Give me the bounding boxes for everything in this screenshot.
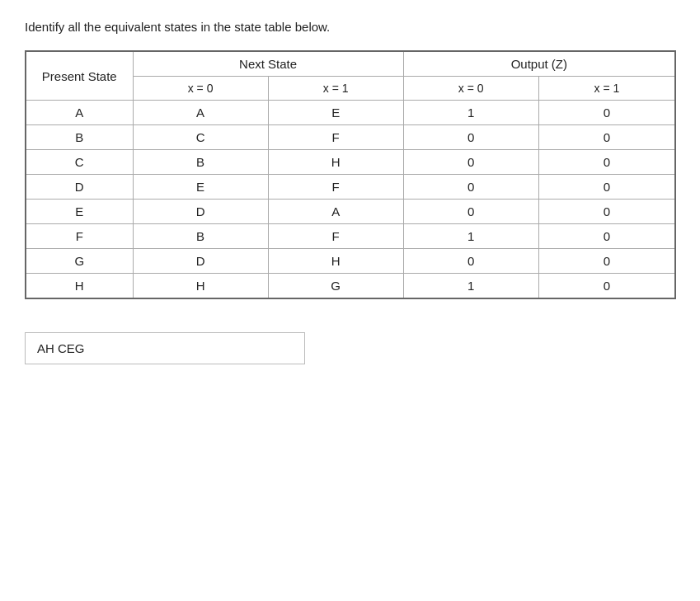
- cell-out-x0-E: 0: [403, 200, 538, 224]
- cell-out-x1-B: 0: [538, 125, 675, 150]
- cell-out-x1-C: 0: [538, 150, 675, 175]
- cell-out-x0-H: 1: [403, 274, 538, 299]
- subheader-next-x0: x = 0: [133, 77, 268, 101]
- cell-present-A: A: [26, 101, 133, 125]
- cell-next-x0-F: B: [133, 224, 268, 249]
- cell-next-x0-B: C: [133, 125, 268, 150]
- cell-out-x0-G: 0: [403, 249, 538, 274]
- subheader-next-x1: x = 1: [268, 77, 403, 101]
- cell-present-H: H: [26, 274, 133, 299]
- cell-next-x0-G: D: [133, 249, 268, 274]
- header-next-state: Next State: [133, 51, 403, 77]
- state-table: Present State Next State Output (Z) x = …: [25, 50, 676, 299]
- cell-next-x0-E: D: [133, 200, 268, 224]
- subheader-out-x1: x = 1: [538, 77, 675, 101]
- cell-out-x0-C: 0: [403, 150, 538, 175]
- cell-present-B: B: [26, 125, 133, 150]
- cell-next-x1-E: A: [268, 200, 403, 224]
- cell-next-x0-A: A: [133, 101, 268, 125]
- cell-out-x1-H: 0: [538, 274, 675, 299]
- cell-out-x1-D: 0: [538, 175, 675, 200]
- answer-box: AH CEG: [25, 332, 305, 364]
- subheader-out-x0: x = 0: [403, 77, 538, 101]
- cell-out-x1-A: 0: [538, 101, 675, 125]
- cell-next-x1-G: H: [268, 249, 403, 274]
- cell-next-x0-C: B: [133, 150, 268, 175]
- table-row: CBH00: [26, 150, 675, 175]
- cell-present-F: F: [26, 224, 133, 249]
- cell-next-x1-A: E: [268, 101, 403, 125]
- header-output: Output (Z): [403, 51, 675, 77]
- cell-present-G: G: [26, 249, 133, 274]
- table-row: FBF10: [26, 224, 675, 249]
- cell-next-x1-C: H: [268, 150, 403, 175]
- cell-out-x0-F: 1: [403, 224, 538, 249]
- table-row: DEF00: [26, 175, 675, 200]
- cell-out-x0-B: 0: [403, 125, 538, 150]
- cell-next-x1-B: F: [268, 125, 403, 150]
- cell-next-x1-D: F: [268, 175, 403, 200]
- cell-out-x0-A: 1: [403, 101, 538, 125]
- cell-next-x1-H: G: [268, 274, 403, 299]
- table-row: HHG10: [26, 274, 675, 299]
- header-present-state: Present State: [26, 51, 133, 101]
- cell-present-E: E: [26, 200, 133, 224]
- cell-next-x0-H: H: [133, 274, 268, 299]
- instruction-text: Identify all the equivalent states in th…: [25, 20, 675, 34]
- cell-next-x1-F: F: [268, 224, 403, 249]
- cell-out-x0-D: 0: [403, 175, 538, 200]
- cell-out-x1-E: 0: [538, 200, 675, 224]
- answer-text: AH CEG: [37, 341, 85, 355]
- cell-present-C: C: [26, 150, 133, 175]
- table-row: AAE10: [26, 101, 675, 125]
- table-row: EDA00: [26, 200, 675, 224]
- table-row: GDH00: [26, 249, 675, 274]
- cell-next-x0-D: E: [133, 175, 268, 200]
- cell-present-D: D: [26, 175, 133, 200]
- cell-out-x1-F: 0: [538, 224, 675, 249]
- table-row: BCF00: [26, 125, 675, 150]
- cell-out-x1-G: 0: [538, 249, 675, 274]
